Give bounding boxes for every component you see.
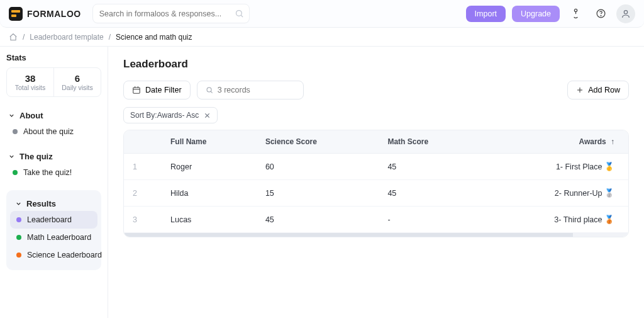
breadcrumb: / Leaderboard template / Science and mat…: [0, 28, 644, 47]
help-icon[interactable]: [591, 4, 610, 23]
table-header-row: Full Name Science Score Math Score Award…: [124, 130, 628, 154]
table-toolbar: Date Filter Add Row: [123, 81, 629, 99]
table-row[interactable]: 3 Lucas 45 - 3- Third place 🥉: [124, 207, 628, 233]
date-filter-button[interactable]: Date Filter: [123, 81, 191, 99]
bullet-icon: [16, 217, 21, 222]
bullet-icon: [16, 253, 21, 258]
svg-point-5: [624, 10, 627, 13]
col-awards[interactable]: Awards ↑: [482, 130, 628, 154]
stat-total-visits[interactable]: 38 Total visits: [7, 68, 53, 96]
sidebar-item-math-leaderboard[interactable]: Math Leaderboard: [10, 229, 97, 246]
section-quiz-header[interactable]: The quiz: [6, 149, 101, 164]
global-search[interactable]: [92, 4, 250, 23]
bullet-icon: [16, 235, 21, 240]
svg-rect-6: [133, 88, 140, 93]
table-row[interactable]: 1 Roger 60 45 1- First Place 🥇: [124, 154, 628, 180]
top-bar: FORMALOO Import Upgrade: [0, 0, 644, 28]
bullet-icon: [13, 170, 18, 175]
sidebar-item-take-quiz[interactable]: Take the quiz!: [6, 164, 101, 181]
svg-point-2: [574, 9, 577, 11]
sort-asc-icon: ↑: [611, 137, 614, 146]
col-math-score[interactable]: Math Score: [379, 130, 482, 154]
chevron-down-icon: [15, 200, 22, 207]
upgrade-button[interactable]: Upgrade: [512, 6, 560, 22]
logo-icon: [9, 7, 23, 21]
stats-title: Stats: [6, 53, 101, 62]
svg-point-10: [207, 88, 211, 92]
breadcrumb-current: Science and math quiz: [116, 33, 192, 42]
section-results: Results Leaderboard Math Leaderboard Sci…: [6, 190, 101, 270]
page-title: Leaderboard: [123, 58, 629, 71]
sidebar-item-science-leaderboard[interactable]: Science Leaderboard: [10, 246, 97, 264]
close-icon[interactable]: [204, 112, 211, 119]
svg-line-11: [211, 91, 212, 93]
sidebar-item-leaderboard[interactable]: Leaderboard: [10, 211, 97, 229]
bullet-icon: [13, 129, 18, 134]
plus-icon: [576, 86, 584, 94]
sidebar-item-about-quiz[interactable]: About the quiz: [6, 123, 101, 140]
main-area: Leaderboard Date Filter Add Row Sort By:…: [108, 47, 644, 318]
section-about-header[interactable]: About: [6, 108, 101, 123]
add-row-button[interactable]: Add Row: [567, 81, 629, 99]
home-icon[interactable]: [9, 33, 18, 42]
section-quiz: The quiz Take the quiz!: [6, 149, 101, 181]
brand-logo[interactable]: FORMALOO: [9, 7, 81, 21]
search-icon: [235, 9, 244, 18]
search-icon: [206, 86, 213, 94]
records-search-input[interactable]: [218, 86, 295, 94]
svg-line-1: [241, 15, 243, 17]
table-row[interactable]: 2 Hilda 15 45 2- Runner-Up 🥈: [124, 180, 628, 207]
col-full-name[interactable]: Full Name: [162, 130, 257, 154]
global-search-input[interactable]: [99, 9, 243, 18]
account-avatar[interactable]: [616, 4, 635, 23]
horizontal-scrollbar[interactable]: [124, 233, 628, 237]
svg-point-0: [236, 11, 242, 16]
brand-name: FORMALOO: [27, 9, 81, 19]
chevron-down-icon: [8, 153, 15, 160]
col-science-score[interactable]: Science Score: [257, 130, 379, 154]
records-search[interactable]: [197, 81, 304, 99]
notifications-icon[interactable]: [566, 4, 585, 23]
leaderboard-table: Full Name Science Score Math Score Award…: [123, 130, 629, 237]
svg-point-4: [601, 16, 601, 16]
import-button[interactable]: Import: [466, 6, 506, 22]
chevron-down-icon: [8, 112, 15, 119]
stats-cards: 38 Total visits 6 Daily visits: [6, 67, 101, 97]
sidebar: Stats 38 Total visits 6 Daily visits Abo…: [0, 47, 108, 318]
stat-daily-visits[interactable]: 6 Daily visits: [53, 68, 101, 96]
section-about: About About the quiz: [6, 108, 101, 140]
calendar-icon: [132, 86, 141, 94]
sort-chip[interactable]: Sort By:Awards- Asc: [123, 107, 218, 123]
section-results-header[interactable]: Results: [10, 196, 97, 211]
breadcrumb-root[interactable]: Leaderboard template: [30, 33, 103, 42]
